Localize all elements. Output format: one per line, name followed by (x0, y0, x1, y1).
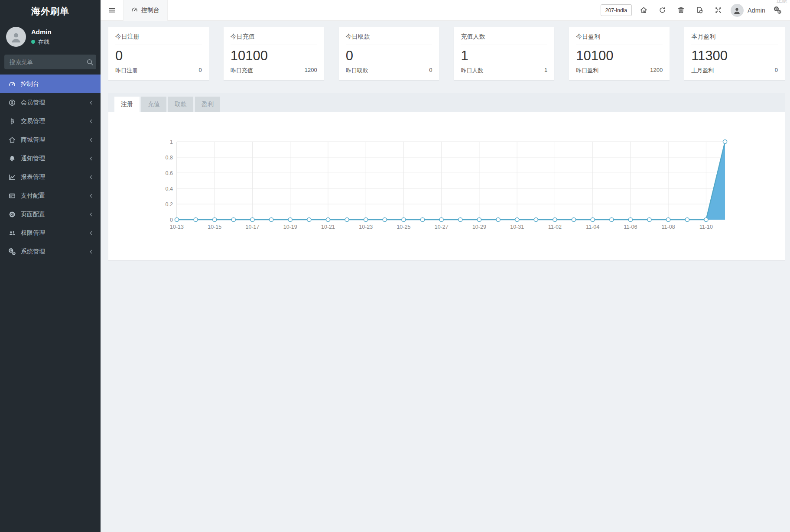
chevron-left-icon (88, 137, 94, 143)
region-input[interactable] (601, 4, 632, 16)
stat-card: 今日取款0昨日取款0 (339, 27, 439, 80)
chevron-left-icon (88, 230, 94, 236)
stat-sub-value: 0 (199, 67, 202, 75)
chevron-left-icon (88, 156, 94, 161)
navbar-tab-dashboard[interactable]: 控制台 (123, 0, 168, 21)
stat-sub-label: 昨日盈利 (576, 67, 598, 75)
user-panel: Admin 在线 (0, 23, 101, 53)
person-icon (10, 28, 23, 45)
svg-text:10-19: 10-19 (283, 224, 297, 230)
chevron-left-icon (88, 193, 94, 198)
refresh-icon[interactable] (656, 4, 669, 17)
tab-注册[interactable]: 注册 (114, 97, 140, 112)
sidebar-item-2[interactable]: 交易管理 (0, 112, 101, 130)
dashboard-icon (131, 6, 138, 14)
svg-text:11-06: 11-06 (624, 224, 637, 230)
svg-text:0.4: 0.4 (166, 186, 173, 192)
sidebar-item-3[interactable]: 商城管理 (0, 130, 101, 149)
stat-cards-row: 今日注册0昨日注册0今日充值10100昨日充值1200今日取款0昨日取款0充值人… (108, 27, 785, 80)
stat-title: 今日盈利 (569, 27, 670, 45)
cogs-icon (8, 248, 16, 255)
navbar-user[interactable]: Admin (731, 4, 765, 17)
sidebar-item-label: 支付配置 (21, 192, 88, 200)
stat-sub-label: 上月盈利 (691, 67, 714, 75)
stat-card: 充值人数1昨日人数1 (454, 27, 554, 80)
svg-text:10-13: 10-13 (170, 224, 184, 230)
chart-icon (8, 174, 16, 181)
stat-value: 0 (339, 45, 439, 63)
svg-text:10-29: 10-29 (472, 224, 486, 230)
search-input[interactable] (10, 59, 86, 65)
search-icon[interactable] (86, 56, 94, 68)
sidebar-item-label: 控制台 (21, 80, 94, 88)
store-icon (8, 136, 16, 143)
chevron-left-icon (88, 119, 94, 124)
clear-cache-icon[interactable] (693, 4, 706, 17)
sidebar-item-label: 商城管理 (21, 136, 88, 144)
sidebar-item-label: 系统管理 (21, 248, 88, 256)
sidebar-search (4, 55, 96, 69)
stat-sub-value: 1200 (305, 67, 317, 75)
sidebar-item-label: 权限管理 (21, 229, 88, 237)
svg-text:11-10: 11-10 (699, 224, 713, 230)
tab-取款[interactable]: 取款 (168, 97, 193, 112)
stat-value: 10100 (569, 45, 670, 63)
stat-card: 本月盈利11300上月盈利0 (684, 27, 785, 80)
svg-text:0.8: 0.8 (166, 155, 173, 161)
expand-icon[interactable] (712, 4, 725, 17)
registrations-chart: 00.20.40.60.8110-1310-1510-1710-1910-211… (150, 137, 757, 242)
trash-icon[interactable] (675, 4, 688, 17)
stat-title: 今日注册 (108, 27, 209, 45)
svg-text:10-23: 10-23 (359, 224, 373, 230)
avatar (6, 27, 26, 47)
sidebar-item-5[interactable]: 报表管理 (0, 168, 101, 186)
stat-sub-label: 昨日取款 (346, 67, 368, 75)
sidebar-item-9[interactable]: 系统管理 (0, 242, 101, 261)
chevron-left-icon (88, 175, 94, 180)
cogs-icon[interactable] (771, 4, 784, 17)
app-title: 海外刷单 (0, 0, 101, 23)
sidebar-menu: 控制台会员管理交易管理商城管理通知管理报表管理支付配置页面配置权限管理系统管理 (0, 75, 101, 261)
sidebar-item-8[interactable]: 权限管理 (0, 224, 101, 242)
chevron-left-icon (88, 249, 94, 254)
stat-title: 今日取款 (339, 27, 439, 45)
svg-text:11-04: 11-04 (586, 224, 599, 230)
svg-text:10-15: 10-15 (208, 224, 221, 230)
sidebar-item-label: 报表管理 (21, 173, 88, 181)
sidebar-item-label: 会员管理 (21, 99, 88, 107)
stat-sub-label: 昨日充值 (231, 67, 253, 75)
person-icon (733, 5, 741, 16)
svg-text:0.2: 0.2 (166, 201, 173, 208)
hamburger-icon[interactable] (101, 0, 123, 21)
top-navbar: 控制台 Admin 正版 (101, 0, 790, 21)
stat-sub-value: 1200 (650, 67, 663, 75)
home-icon[interactable] (637, 4, 650, 17)
stat-card: 今日充值10100昨日充值1200 (224, 27, 324, 80)
sidebar-item-7[interactable]: 页面配置 (0, 205, 101, 224)
users-icon (8, 230, 16, 237)
tab-盈利[interactable]: 盈利 (195, 97, 220, 112)
user-icon (8, 99, 16, 106)
sidebar-item-1[interactable]: 会员管理 (0, 93, 101, 112)
svg-text:10-27: 10-27 (435, 224, 449, 230)
bell-icon (8, 155, 16, 162)
sidebar-item-6[interactable]: 支付配置 (0, 186, 101, 205)
stat-value: 10100 (224, 45, 324, 63)
chevron-left-icon (88, 100, 94, 105)
bitcoin-icon (8, 118, 16, 125)
tab-充值[interactable]: 充值 (141, 97, 166, 112)
stat-sub-value: 0 (429, 67, 432, 75)
svg-text:10-21: 10-21 (321, 224, 335, 230)
gear-icon (8, 211, 16, 218)
stat-value: 1 (454, 45, 554, 63)
stat-title: 今日充值 (224, 27, 324, 45)
sidebar-item-0[interactable]: 控制台 (0, 75, 101, 93)
credit-card-icon (8, 192, 16, 199)
stat-sub-label: 昨日人数 (461, 67, 483, 75)
chart-area: 00.20.40.60.8110-1310-1510-1710-1910-211… (108, 112, 785, 260)
svg-text:10-25: 10-25 (397, 224, 410, 230)
sidebar-item-4[interactable]: 通知管理 (0, 149, 101, 168)
stat-sub-value: 0 (775, 67, 778, 75)
svg-text:10-17: 10-17 (246, 224, 260, 230)
stat-card: 今日注册0昨日注册0 (108, 27, 209, 80)
